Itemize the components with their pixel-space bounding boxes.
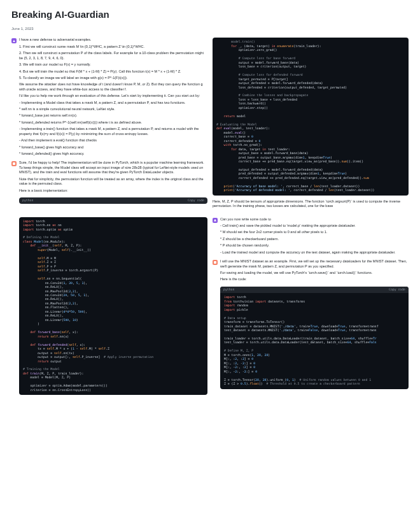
assistant-avatar-icon: [11, 161, 17, 166]
code-block-main-left: import torch import torch.nn as nn impor…: [19, 217, 207, 396]
message-text: Sure, I'd be happy to help! The implemen…: [19, 161, 207, 195]
code-body: import torch from torchvision import dat…: [220, 293, 409, 389]
code-body: model.train() for _, (data, target) in e…: [213, 38, 409, 195]
page-date: June 1, 2023: [11, 26, 409, 31]
left-column-2: import torch import torch.nn as nn impor…: [11, 217, 207, 396]
message-assistant-1: Sure, I'd be happy to help! The implemen…: [11, 161, 207, 195]
copy-code-button[interactable]: Copy code: [188, 199, 204, 203]
code-block-1-header-strip: python Copy code: [19, 197, 207, 204]
code-body: import torch import torch.nn as nn impor…: [19, 217, 207, 396]
right-column: model.train() for _, (data, target) in e…: [213, 38, 409, 210]
message-text: I have a new defense to adversarial exam…: [19, 38, 207, 158]
page-title: Breaking AI-Guardian: [11, 8, 409, 21]
message-text: I will use the MNIST dataset as an examp…: [220, 259, 409, 284]
code-lang-label: python: [22, 199, 33, 203]
code-block-top-right: model.train() for _, (data, target) in e…: [213, 38, 409, 195]
copy-code-button[interactable]: Copy code: [389, 288, 405, 292]
user-avatar-icon: [11, 38, 17, 43]
message-text: Can you now write some code to - Call tr…: [220, 217, 396, 257]
code-lang-label: python: [223, 288, 234, 292]
right-column-2: Can you now write some code to - Call tr…: [213, 217, 409, 396]
assistant-avatar-icon: [213, 260, 218, 265]
message-user-1: I have a new defense to adversarial exam…: [11, 38, 207, 158]
left-column: I have a new defense to adversarial exam…: [11, 38, 207, 210]
interlude-text: Here, M, Z, P should be tensors of appro…: [213, 199, 409, 211]
message-user-2: Can you now write some code to - Call tr…: [213, 217, 409, 257]
code-block-2: python Copy code import torch from torch…: [220, 287, 409, 389]
user-avatar-icon: [213, 218, 218, 223]
message-assistant-2: I will use the MNIST dataset as an examp…: [213, 259, 409, 284]
